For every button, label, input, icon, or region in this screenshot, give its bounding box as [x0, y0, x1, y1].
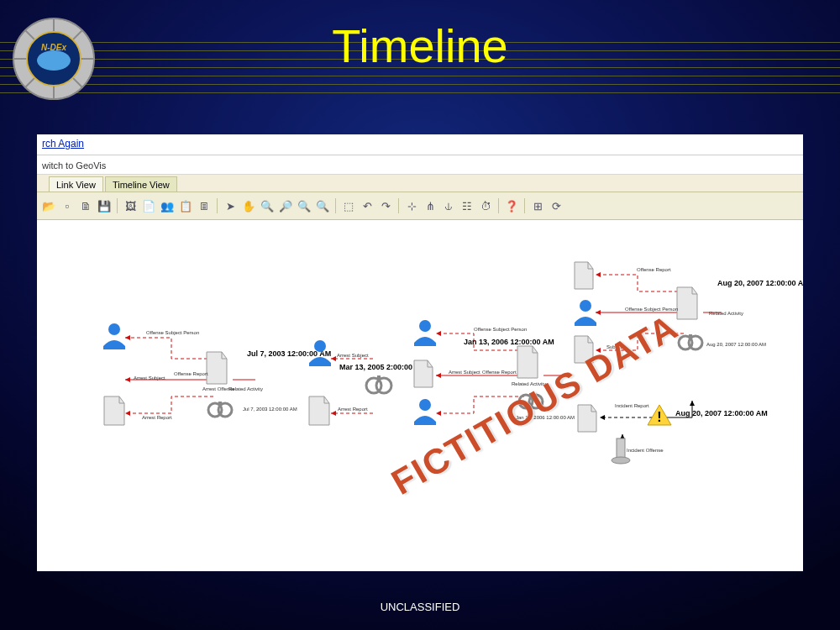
app-panel: rch Again witch to GeoVis Link View Time…: [37, 134, 803, 571]
tab-link-view[interactable]: Link View: [49, 176, 103, 192]
blank-icon[interactable]: ▫: [59, 197, 76, 214]
document-icon: [203, 350, 230, 389]
svg-point-21: [580, 300, 591, 312]
svg-point-12: [314, 340, 326, 352]
person-icon: [571, 297, 600, 329]
handcuffs-icon: [205, 396, 235, 423]
layout-icon[interactable]: ⬚: [340, 197, 357, 214]
handcuffs-icon: [516, 388, 546, 415]
zoom-area-icon[interactable]: 🔍: [314, 197, 331, 214]
document-icon: [101, 395, 128, 430]
svg-rect-20: [529, 393, 533, 398]
lbl-arrest-subject: Arrest Subject: [134, 375, 165, 381]
document-icon: [306, 395, 333, 430]
svg-rect-26: [617, 438, 625, 459]
lbl-arrest-report: Arrest Report: [142, 415, 172, 420]
doc-icon[interactable]: 🗎: [77, 197, 94, 214]
toolbar-separator: [117, 198, 118, 213]
document-icon: [571, 260, 596, 294]
toolbar-separator: [398, 198, 399, 213]
lbl-offense-report: Offense Report: [174, 371, 208, 376]
person-icon: [100, 321, 129, 353]
view-tabs: Link View Timeline View: [37, 175, 803, 192]
event1-date2: Jul 7, 2003 12:00:00 AM: [243, 407, 297, 412]
refresh-icon[interactable]: ⟳: [548, 197, 564, 214]
classification-footer: UNCLASSIFIED: [0, 601, 840, 613]
handcuffs-icon: [363, 371, 395, 400]
time-icon[interactable]: ⏱: [477, 197, 494, 214]
pdf-icon[interactable]: 📄: [140, 197, 157, 214]
svg-text:!: !: [657, 410, 661, 424]
page-icon[interactable]: 🗏: [196, 197, 213, 214]
toolbar: 📂▫🗎💾🖼📄👥📋🗏➤✋🔍🔎🔍🔍⬚↶↷⊹⋔⫝☷⏱❓⊞⟳: [37, 192, 803, 220]
toolbar-separator: [524, 198, 525, 213]
event4-date1: Aug 20, 2007 12:00:00 AM: [706, 342, 766, 347]
switch-geovis-link[interactable]: witch to GeoVis: [37, 155, 803, 175]
event4-date2: Aug 20, 2007 12:00:00 AM: [675, 409, 768, 417]
image-icon[interactable]: 🖼: [122, 197, 139, 214]
hier-icon[interactable]: ⋔: [422, 197, 438, 214]
save-icon[interactable]: 💾: [96, 197, 113, 214]
lbl-arrest-report2: Arrest Report: [338, 407, 368, 412]
lbl-offense-subject: Offense Subject Person: [146, 330, 199, 335]
lbl-incident-report: Incident Report: [615, 403, 649, 408]
grid-icon[interactable]: ⊞: [529, 197, 546, 214]
handcuffs-icon: [675, 329, 706, 356]
lbl-related-activity3: Related Activity: [512, 381, 546, 386]
event3-date: Jan 13, 2006 12:00:00 AM: [464, 338, 554, 346]
graph-icon[interactable]: ☷: [459, 197, 475, 214]
toolbar-separator: [335, 198, 336, 213]
help-icon[interactable]: ❓: [503, 197, 520, 214]
person-icon: [306, 338, 334, 370]
document-icon: [571, 334, 596, 368]
svg-rect-24: [689, 334, 692, 339]
lbl-arrest-subject3: Arrest Subject: [449, 370, 480, 375]
svg-point-8: [108, 323, 120, 335]
chart-icon[interactable]: ⫝: [440, 197, 457, 214]
event3-date2: Jan 13, 2006 12:00:00 AM: [516, 415, 575, 420]
svg-rect-15: [377, 375, 381, 381]
zoom-fit-icon[interactable]: 🔍: [296, 197, 312, 214]
document-icon: [575, 403, 600, 437]
person-icon: [411, 318, 439, 349]
new-icon[interactable]: 📂: [40, 197, 57, 214]
lbl-related-activity4: Related Activity: [709, 311, 743, 316]
warning-icon: !: [646, 403, 673, 432]
event4-date0: Aug 20, 2007 12:00:00 AM: [717, 279, 803, 287]
undo-icon[interactable]: ↶: [359, 197, 375, 214]
document-icon: [411, 359, 436, 392]
lbl-subject4: Subject: [606, 344, 623, 349]
pointer-icon[interactable]: ➤: [222, 197, 239, 214]
zoom-out-icon[interactable]: 🔍: [259, 197, 276, 214]
timeline-canvas[interactable]: Jul 7, 2003 12:00:00 AM Offense Subject …: [37, 220, 803, 571]
lbl-offense-subject4: Offense Subject Person: [625, 307, 678, 312]
lbl-offense-report3: Offense Report: [482, 370, 517, 375]
lbl-related-activity: Related Activity: [228, 386, 263, 391]
document-icon: [674, 286, 701, 324]
lbl-incident-offense: Incident Offense: [627, 448, 664, 453]
app-top: rch Again: [37, 134, 803, 151]
zoom-in-icon[interactable]: 🔎: [277, 197, 294, 214]
search-again-link[interactable]: rch Again: [42, 138, 84, 150]
lbl-offense-report4: Offense Report: [637, 267, 671, 272]
tab-timeline-view[interactable]: Timeline View: [105, 176, 177, 192]
toolbar-separator: [217, 198, 218, 213]
svg-point-27: [612, 457, 630, 464]
lbl-arrest-subject2: Arrest Subject: [337, 353, 369, 358]
person-icon: [411, 396, 439, 428]
document-icon: [514, 344, 541, 383]
tree-icon[interactable]: ⊹: [403, 197, 420, 214]
redo-icon[interactable]: ↷: [377, 197, 394, 214]
lbl-offense-subject3: Offense Subject Person: [474, 327, 527, 332]
page-title: Timeline: [0, 18, 840, 73]
toolbar-separator: [498, 198, 499, 213]
clipboard-icon[interactable]: 📋: [177, 197, 194, 214]
users-icon[interactable]: 👥: [159, 197, 176, 214]
svg-rect-11: [218, 402, 222, 407]
slide: N-DEx Timeline rch Again witch to GeoVis…: [0, 0, 840, 630]
svg-point-17: [419, 399, 431, 411]
svg-point-16: [419, 320, 431, 332]
hand-icon[interactable]: ✋: [240, 197, 257, 214]
